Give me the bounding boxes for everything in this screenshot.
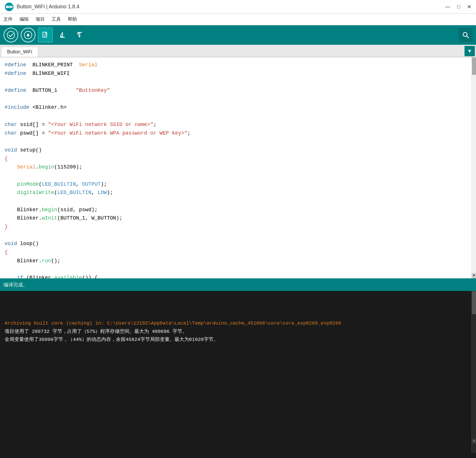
tabs-list: Button_WiFi [1,47,38,57]
svg-rect-11 [43,32,47,37]
tab-button-wifi[interactable]: Button_WiFi [1,47,38,57]
console-line-archive: Archiving built core (caching) in: C:\Us… [5,319,471,328]
save-button[interactable] [72,28,87,42]
open-button[interactable] [55,28,70,42]
menu-tools[interactable]: 工具 [52,16,61,22]
editor-area[interactable]: #define BLINKER_PRINT Serial #define BLI… [0,57,476,278]
console-line-memory: 全局变量使用了36096字节，（44%）的动态内存，余留45824字节局部变量。… [5,336,471,344]
toolbar-left [3,28,87,42]
svg-marker-9 [26,33,30,36]
editor-scroll-down[interactable]: ▼ [472,273,476,278]
open-icon [59,31,67,39]
menu-bar: 文件 编辑 项目 工具 帮助 [0,14,476,25]
console-line-2 [5,303,471,311]
editor-scrollbar[interactable]: ▲ ▼ [471,57,476,278]
window-title: Button_WiFi | Arduino 1.8.4 [17,4,79,10]
title-bar-left: Button_WiFi | Arduino 1.8.4 [5,2,79,11]
new-file-icon [42,31,49,39]
svg-point-7 [7,31,15,39]
console-line-program: 项目使用了 289732 字节，占用了（57%）程序存储空间。最大为 49969… [5,328,471,336]
title-bar-controls: — □ ✕ [445,4,471,10]
console-line-3 [5,311,471,319]
new-button[interactable] [38,28,53,42]
console-scrollbar[interactable]: ▲ ▼ [471,291,476,453]
tab-dropdown-button[interactable]: ▼ [465,46,475,56]
console-area[interactable]: Archiving built core (caching) in: C:\Us… [0,291,476,458]
console-scroll-down[interactable]: ▼ [472,438,476,444]
menu-edit[interactable]: 编辑 [20,16,29,22]
compile-status-bar: 编译完成。 [0,278,476,291]
svg-line-21 [467,36,469,38]
check-icon [7,31,15,39]
close-button[interactable]: ✕ [467,4,471,10]
search-icon [462,31,469,39]
console-line-1 [5,294,471,303]
arduino-logo-icon [5,2,14,11]
editor-scroll-thumb[interactable] [472,58,476,75]
menu-help[interactable]: 帮助 [68,16,77,22]
save-icon [76,31,84,39]
console-scroll-thumb[interactable] [472,291,476,314]
upload-icon [24,31,32,39]
maximize-button[interactable]: □ [457,4,460,10]
svg-rect-10 [28,36,29,37]
menu-file[interactable]: 文件 [3,16,13,22]
menu-project[interactable]: 项目 [36,16,45,22]
code-content: #define BLINKER_PRINT Serial #define BLI… [5,61,471,278]
minimize-button[interactable]: — [445,4,450,10]
title-bar: Button_WiFi | Arduino 1.8.4 — □ ✕ [0,0,476,14]
tabs-bar: Button_WiFi ▼ [0,45,476,57]
upload-button[interactable] [21,28,36,42]
compile-status-text: 编译完成。 [3,282,28,288]
toolbar [0,25,476,45]
verify-button[interactable] [3,28,18,42]
search-button[interactable] [459,28,473,42]
